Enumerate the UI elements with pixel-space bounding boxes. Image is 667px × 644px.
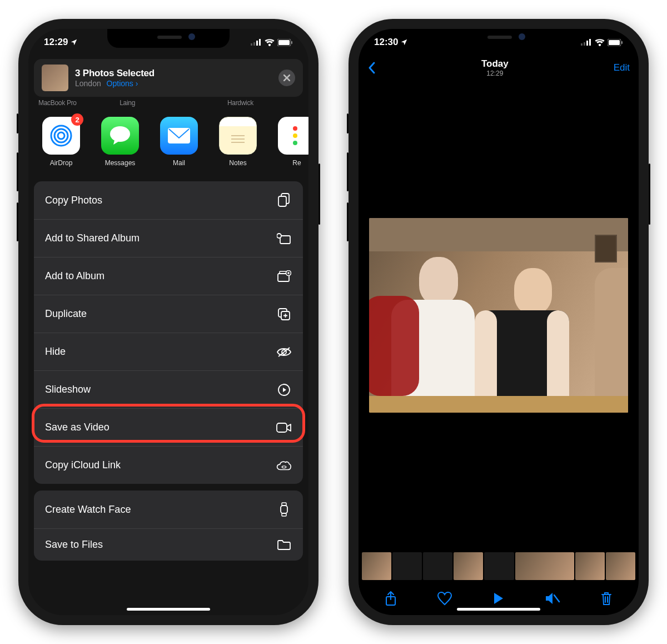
hide-icon [276,344,292,360]
thumb-item[interactable] [423,552,452,580]
svg-rect-35 [581,43,583,46]
share-button[interactable] [382,590,399,607]
cloud-link-icon [276,458,292,473]
messages-icon [108,125,132,147]
airdrop-targets-row: MacBook Pro Laing --- Hardwick - [28,97,308,107]
action-add-album[interactable]: Add to Album [34,257,303,295]
airdrop-badge: 2 [71,113,83,126]
status-time: 12:29 [44,37,68,48]
svg-rect-32 [281,506,287,513]
action-create-watch-face[interactable]: Create Watch Face [34,491,303,528]
svg-line-43 [554,595,559,602]
shared-album-icon [276,231,292,246]
mute-button[interactable] [544,590,561,607]
cellular-icon [581,39,592,46]
svg-rect-34 [282,513,286,516]
svg-point-7 [58,132,64,139]
action-copy-photos[interactable]: Copy Photos [34,181,303,219]
app-messages[interactable]: Messages [97,117,143,167]
video-icon [276,420,292,435]
watch-icon [276,502,292,517]
app-notes[interactable]: Notes [215,117,261,167]
photo-main [369,218,628,413]
iphone-left: 12:29 3 Photos Selected London Options › [18,19,318,625]
back-button[interactable] [367,61,376,75]
cellular-icon [251,39,262,46]
airdrop-target[interactable]: Laing [120,99,135,107]
nav-title: Today 12:29 [376,58,614,77]
more-icon [293,123,301,148]
svg-point-16 [293,133,297,138]
thumb-item[interactable] [606,552,635,580]
thumb-item[interactable] [392,552,422,580]
action-duplicate[interactable]: Duplicate [34,295,303,333]
app-mail[interactable]: Mail [156,117,202,167]
thumbnail-strip[interactable] [359,551,639,582]
svg-rect-19 [278,196,286,206]
thumb-item[interactable] [454,552,483,580]
svg-rect-37 [586,41,588,46]
svg-rect-11 [168,128,190,143]
thumb-item[interactable] [515,552,574,580]
app-more[interactable]: Re [274,117,308,167]
album-add-icon [276,269,292,284]
svg-rect-20 [280,236,290,244]
svg-rect-6 [291,41,292,44]
edit-button[interactable]: Edit [614,62,630,73]
airdrop-icon [48,123,74,148]
svg-point-31 [282,465,286,468]
location-arrow-icon [400,38,408,46]
svg-point-8 [54,129,68,142]
favorite-button[interactable] [436,590,453,607]
svg-rect-3 [259,39,261,46]
svg-rect-40 [609,40,620,45]
app-airdrop[interactable]: 2 AirDrop [38,117,84,167]
trash-button[interactable] [598,590,615,607]
svg-rect-5 [278,40,290,45]
thumb-item[interactable] [575,552,605,580]
folder-icon [276,537,292,553]
thumb-item[interactable] [362,552,391,580]
photo-viewer[interactable] [359,80,639,551]
airdrop-target[interactable]: Hardwick [227,99,253,107]
copy-icon [276,192,292,208]
share-apps-row: 2 AirDrop Messages Mail Notes [28,107,308,178]
action-hide[interactable]: Hide [34,333,303,370]
action-save-as-video[interactable]: Save as Video [34,408,303,446]
svg-point-15 [293,126,297,131]
share-options-link[interactable]: Options › [107,79,138,88]
svg-rect-36 [584,42,585,46]
svg-point-17 [293,141,297,145]
svg-rect-1 [253,42,255,46]
close-button[interactable] [278,70,295,86]
play-button[interactable] [490,590,507,607]
action-slideshow[interactable]: Slideshow [34,370,303,408]
nav-bar: Today 12:29 Edit [359,56,639,80]
share-sheet-header: 3 Photos Selected London Options › [34,59,303,97]
svg-rect-2 [256,41,258,46]
svg-point-10 [110,126,130,142]
duplicate-icon [276,306,292,322]
svg-point-21 [277,234,281,238]
battery-icon [608,39,623,46]
notes-icon [227,125,249,147]
status-time: 12:30 [374,37,398,48]
action-list-secondary: Create Watch Face Save to Files [34,491,303,561]
battery-icon [277,39,293,46]
thumb-item[interactable] [484,552,514,580]
airdrop-target[interactable]: MacBook Pro [38,99,77,107]
action-save-to-files[interactable]: Save to Files [34,528,303,561]
wifi-icon [595,39,605,46]
action-add-shared-album[interactable]: Add to Shared Album [34,219,303,257]
location-arrow-icon [70,38,78,46]
home-indicator[interactable] [127,608,210,611]
svg-rect-38 [589,39,591,46]
mail-icon [167,127,191,145]
action-copy-icloud-link[interactable]: Copy iCloud Link [34,446,303,484]
play-circle-icon [276,382,292,398]
svg-rect-33 [282,503,286,506]
home-indicator[interactable] [457,608,540,611]
svg-rect-0 [251,43,252,46]
svg-rect-41 [621,41,623,44]
iphone-right: 12:30 Today 12:29 Edit [349,19,649,625]
